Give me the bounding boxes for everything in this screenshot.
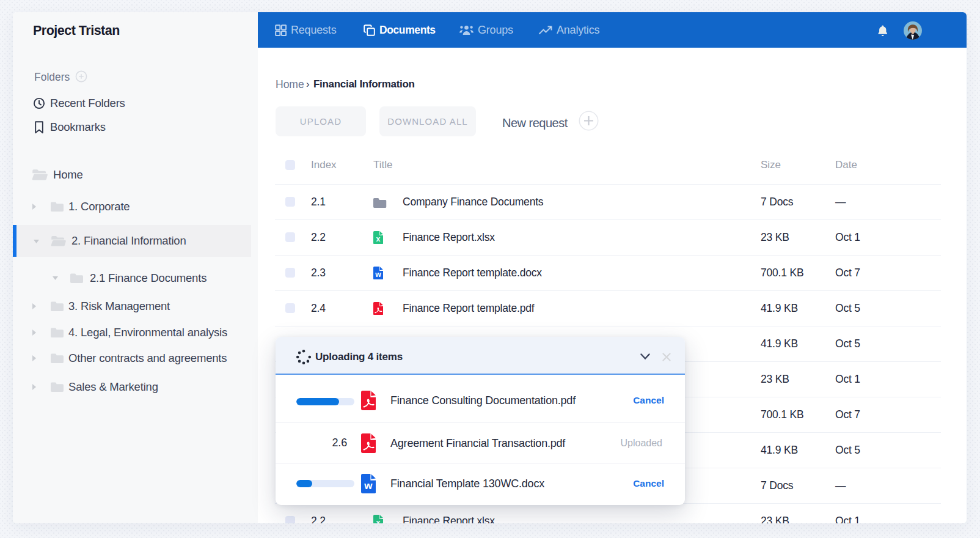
svg-text:w: w — [375, 270, 381, 278]
svg-text:x: x — [376, 518, 381, 523]
svg-text:w: w — [364, 480, 373, 492]
svg-text:x: x — [376, 234, 381, 243]
